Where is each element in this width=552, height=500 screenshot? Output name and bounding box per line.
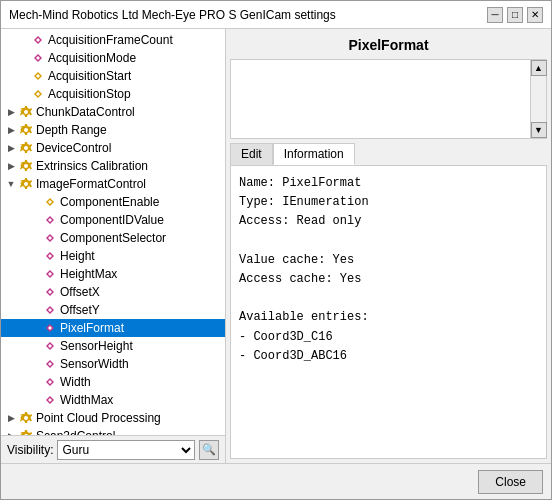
tree-label-width-max: WidthMax	[60, 393, 113, 407]
arrow-icon-acq-mode	[31, 51, 45, 65]
expand-btn-extrinsics-cal[interactable]: ▶	[5, 160, 17, 172]
svg-point-17	[24, 182, 28, 186]
arrow-icon-height	[43, 249, 57, 263]
arrow-icon-offset-x	[43, 285, 57, 299]
gear-icon-depth-range	[19, 123, 33, 137]
tree-item-image-format[interactable]: ▼ImageFormatControl	[1, 175, 225, 193]
scroll-down-arrow[interactable]: ▼	[531, 122, 547, 138]
expand-btn-device-control[interactable]: ▶	[5, 142, 17, 154]
tree-area[interactable]: AcquisitionFrameCountAcquisitionModeAcqu…	[1, 29, 225, 435]
tree-item-extrinsics-cal[interactable]: ▶Extrinsics Calibration	[1, 157, 225, 175]
search-button[interactable]: 🔍	[199, 440, 219, 460]
expand-btn-chunk-data[interactable]: ▶	[5, 106, 17, 118]
arrow-icon-component-sel	[43, 231, 57, 245]
tree-label-offset-x: OffsetX	[60, 285, 100, 299]
tree-label-sensor-width: SensorWidth	[60, 357, 129, 371]
expand-btn-component-enable	[29, 196, 41, 208]
arrow-icon-acq-frame-count	[31, 33, 45, 47]
pixel-format-header: PixelFormat	[230, 33, 547, 59]
tree-item-device-control[interactable]: ▶DeviceControl	[1, 139, 225, 157]
tree-label-width: Width	[60, 375, 91, 389]
expand-btn-width-max	[29, 394, 41, 406]
expand-btn-point-cloud[interactable]: ▶	[5, 412, 17, 424]
tree-item-scan3d[interactable]: ▶Scan3dControl	[1, 427, 225, 435]
tree-item-offset-x[interactable]: OffsetX	[1, 283, 225, 301]
svg-point-43	[24, 416, 28, 420]
main-window: Mech-Mind Robotics Ltd Mech-Eye PRO S Ge…	[0, 0, 552, 500]
tree-item-acq-frame-count[interactable]: AcquisitionFrameCount	[1, 31, 225, 49]
tree-label-component-sel: ComponentSelector	[60, 231, 166, 245]
svg-point-9	[24, 110, 28, 114]
arrow-icon-sensor-height	[43, 339, 57, 353]
tree-item-acq-stop[interactable]: AcquisitionStop	[1, 85, 225, 103]
preview-scrollbar: ▲ ▼	[530, 60, 546, 138]
maximize-button[interactable]: □	[507, 7, 523, 23]
expand-btn-component-id	[29, 214, 41, 226]
tree-item-component-enable[interactable]: ComponentEnable	[1, 193, 225, 211]
arrow-icon-component-enable	[43, 195, 57, 209]
tree-item-height[interactable]: Height	[1, 247, 225, 265]
tree-label-pixel-format: PixelFormat	[60, 321, 124, 335]
tree-label-depth-range: Depth Range	[36, 123, 107, 137]
expand-btn-image-format[interactable]: ▼	[5, 178, 17, 190]
tree-label-device-control: DeviceControl	[36, 141, 111, 155]
tree-item-acq-mode[interactable]: AcquisitionMode	[1, 49, 225, 67]
expand-btn-offset-y	[29, 304, 41, 316]
title-bar: Mech-Mind Robotics Ltd Mech-Eye PRO S Ge…	[1, 1, 551, 29]
tree-item-point-cloud[interactable]: ▶Point Cloud Processing	[1, 409, 225, 427]
svg-point-11	[24, 128, 28, 132]
expand-btn-width	[29, 376, 41, 388]
tree-label-component-enable: ComponentEnable	[60, 195, 159, 209]
tree-item-sensor-width[interactable]: SensorWidth	[1, 355, 225, 373]
tree-item-chunk-data[interactable]: ▶ChunkDataControl	[1, 103, 225, 121]
expand-btn-acq-start	[17, 70, 29, 82]
left-panel: AcquisitionFrameCountAcquisitionModeAcqu…	[1, 29, 226, 463]
close-button[interactable]: Close	[478, 470, 543, 494]
gear-icon-chunk-data	[19, 105, 33, 119]
tree-item-acq-start[interactable]: AcquisitionStart	[1, 67, 225, 85]
gear-icon-device-control	[19, 141, 33, 155]
arrow-icon-acq-stop	[31, 87, 45, 101]
expand-btn-acq-stop	[17, 88, 29, 100]
tabs-row: Edit Information	[230, 143, 547, 165]
arrow-icon-component-id	[43, 213, 57, 227]
right-panel: PixelFormat ▲ ▼ Edit Information Name: P…	[226, 29, 551, 463]
tree-label-component-id: ComponentIDValue	[60, 213, 164, 227]
tree-label-point-cloud: Point Cloud Processing	[36, 411, 161, 425]
expand-btn-acq-mode	[17, 52, 29, 64]
expand-btn-height-max	[29, 268, 41, 280]
tree-item-offset-y[interactable]: OffsetY	[1, 301, 225, 319]
tab-information[interactable]: Information	[273, 143, 355, 165]
bottom-bar: Close	[1, 463, 551, 499]
tree-item-depth-range[interactable]: ▶Depth Range	[1, 121, 225, 139]
minimize-button[interactable]: ─	[487, 7, 503, 23]
expand-btn-sensor-height	[29, 340, 41, 352]
tree-label-image-format: ImageFormatControl	[36, 177, 146, 191]
info-box: Name: PixelFormat Type: IEnumeration Acc…	[230, 165, 547, 459]
arrow-icon-acq-start	[31, 69, 45, 83]
arrow-icon-height-max	[43, 267, 57, 281]
tree-label-offset-y: OffsetY	[60, 303, 100, 317]
tree-item-sensor-height[interactable]: SensorHeight	[1, 337, 225, 355]
close-window-button[interactable]: ✕	[527, 7, 543, 23]
tree-item-pixel-format[interactable]: PixelFormat	[1, 319, 225, 337]
tree-label-height-max: HeightMax	[60, 267, 117, 281]
tab-edit[interactable]: Edit	[230, 143, 273, 165]
tree-item-width[interactable]: Width	[1, 373, 225, 391]
tree-item-height-max[interactable]: HeightMax	[1, 265, 225, 283]
tree-item-component-id[interactable]: ComponentIDValue	[1, 211, 225, 229]
tree-label-acq-start: AcquisitionStart	[48, 69, 131, 83]
tree-label-acq-mode: AcquisitionMode	[48, 51, 136, 65]
expand-btn-offset-x	[29, 286, 41, 298]
tree-item-width-max[interactable]: WidthMax	[1, 391, 225, 409]
tree-label-acq-stop: AcquisitionStop	[48, 87, 131, 101]
expand-btn-component-sel	[29, 232, 41, 244]
arrow-icon-pixel-format	[43, 321, 57, 335]
expand-btn-depth-range[interactable]: ▶	[5, 124, 17, 136]
expand-btn-height	[29, 250, 41, 262]
scroll-up-arrow[interactable]: ▲	[531, 60, 547, 76]
visibility-select[interactable]: Guru Expert Beginner	[57, 440, 195, 460]
info-content: Name: PixelFormat Type: IEnumeration Acc…	[239, 174, 538, 366]
tree-item-component-sel[interactable]: ComponentSelector	[1, 229, 225, 247]
arrow-icon-width	[43, 375, 57, 389]
